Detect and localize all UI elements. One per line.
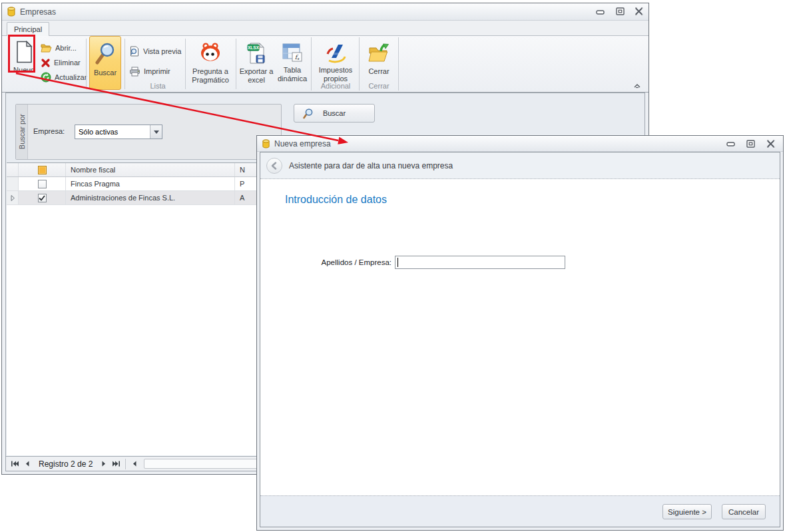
current-row-arrow-icon [11,195,15,201]
cell-nombre-fiscal[interactable]: Administraciones de Fincas S.L. [66,191,235,204]
close-button[interactable] [763,138,778,148]
refresh-icon [41,72,51,83]
impuestos-propios-label: Impuestos propios [314,66,358,83]
scroll-left-button[interactable] [129,459,140,469]
row-checkbox-checked[interactable] [38,194,47,202]
abrir-label: Abrir... [55,44,77,52]
delete-x-icon [41,58,51,68]
open-folder-icon [41,43,52,53]
nueva-empresa-titlebar[interactable]: Nueva empresa [257,136,783,152]
ribbon-group-separator [311,37,312,91]
group-label-lista: Lista [7,82,308,90]
buscar-ribbon-label: Buscar [94,69,117,77]
search-icon [302,108,314,119]
siguiente-button[interactable]: Siguiente > [662,504,712,519]
printer-icon [129,67,140,77]
last-record-button[interactable] [111,459,122,469]
ribbon-group-separator [398,37,399,91]
buscar-button[interactable]: Buscar [294,104,375,123]
cancelar-button[interactable]: Cancelar [722,504,766,519]
row-checkbox-unchecked[interactable] [38,180,47,188]
row-checkbox-cell[interactable] [19,191,66,204]
section-title: Introducción de datos [285,194,387,206]
empresa-dropdown-value: Sólo activas [75,128,150,136]
row-checkbox-cell[interactable] [19,177,66,190]
column-header-nombre-fiscal[interactable]: Nombre fiscal [66,163,235,176]
previous-record-button[interactable] [22,459,33,469]
nuevo-label: Nuevo [13,66,35,75]
search-panel: Buscar por Empresa: Sólo activas [15,104,282,160]
wizard-footer: Siguiente > Cancelar [260,495,780,527]
group-label-adicional: Adicional [312,82,359,90]
new-document-icon [15,41,33,63]
maximize-button[interactable] [613,6,627,16]
vista-previa-button[interactable]: Vista previa [129,45,181,58]
row-indicator-cell [7,191,19,204]
search-panel-caption[interactable]: Buscar por [16,105,28,159]
empresas-window-title: Empresas [20,7,56,17]
next-record-button[interactable] [99,459,109,469]
apellidos-empresa-label: Apellidos / Empresa: [260,258,392,266]
select-all-checkbox[interactable] [38,166,47,174]
group-label-cerrar: Cerrar [360,82,397,90]
svg-text:XLSX: XLSX [248,45,260,50]
row-indicator-cell [7,177,19,190]
pivot-table-icon: fx [282,42,303,63]
eliminar-label: Eliminar [54,59,81,67]
cell-nombre-fiscal[interactable]: Fincas Pragma [66,177,235,190]
row-indicator-header [7,163,19,176]
select-all-header[interactable] [19,163,66,176]
database-icon [7,7,16,17]
minimize-button[interactable] [593,7,607,17]
tab-principal[interactable]: Principal [7,22,49,36]
record-count-label: Registro 2 de 2 [39,459,93,469]
minimize-button[interactable] [723,139,738,149]
empresa-label: Empresa: [33,127,65,135]
imprimir-label: Imprimir [144,67,170,75]
nueva-empresa-window-title: Nueva empresa [274,139,331,148]
database-icon [262,139,270,148]
tabla-dinamica-label: Tabla dinámica [276,66,309,83]
pragmatico-robot-icon [198,42,223,65]
maximize-button[interactable] [743,138,758,148]
preview-icon [129,46,140,57]
cerrar-label: Cerrar [368,67,389,76]
apellidos-empresa-input[interactable] [395,256,565,269]
vista-previa-label: Vista previa [143,47,181,55]
collapse-ribbon-icon[interactable] [633,82,642,89]
abrir-button[interactable]: Abrir... [41,41,77,55]
text-cursor [397,258,398,267]
wizard-frame: Asistente para dar de alta una nueva emp… [260,152,780,527]
excel-export-icon: XLSX [246,42,266,65]
ribbon: Nuevo Abrir... Eliminar Actualizar [2,36,649,93]
empresas-titlebar[interactable]: Empresas [2,3,649,21]
close-button[interactable] [631,6,646,16]
empresa-dropdown[interactable]: Sólo activas [75,125,162,139]
first-record-button[interactable] [9,459,20,469]
wizard-header: Asistente para dar de alta una nueva emp… [260,152,780,179]
tab-principal-label: Principal [14,25,42,33]
aeat-icon [324,42,348,63]
statusbar-divider [125,459,126,469]
ribbon-group-separator [359,37,360,91]
back-button[interactable] [266,158,282,174]
ribbon-tabrow: Principal [2,21,649,36]
buscar-button-label: Buscar [323,109,346,117]
imprimir-button[interactable]: Imprimir [129,65,170,78]
actualizar-label: Actualizar [55,73,87,81]
close-folder-icon [368,42,390,65]
buscar-por-label: Buscar por [18,114,26,149]
nueva-empresa-window: Nueva empresa Asistente para dar de alta… [256,135,784,531]
eliminar-button[interactable]: Eliminar [41,56,81,69]
dropdown-arrow-icon[interactable] [150,125,162,138]
search-icon [94,42,117,66]
wizard-header-text: Asistente para dar de alta una nueva emp… [289,161,453,170]
